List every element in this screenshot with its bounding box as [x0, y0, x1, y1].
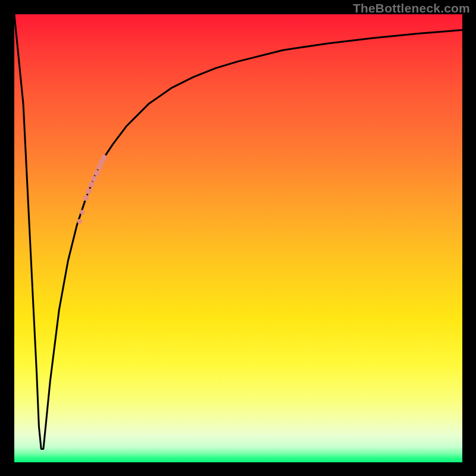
highlight-dot	[94, 170, 100, 176]
highlight-dot	[77, 219, 82, 224]
watermark-text: TheBottleneck.com	[353, 1, 470, 15]
chart-frame: TheBottleneck.com	[0, 0, 476, 476]
highlight-dot	[101, 155, 107, 161]
highlight-dot	[86, 188, 92, 194]
bottleneck-curve	[14, 14, 462, 449]
highlight-dots	[77, 155, 107, 224]
plot-area	[14, 14, 462, 462]
chart-svg	[14, 14, 462, 462]
highlight-dot	[83, 195, 89, 201]
highlight-dot	[80, 210, 85, 215]
highlight-dot	[91, 176, 97, 181]
highlight-dot	[89, 181, 95, 187]
